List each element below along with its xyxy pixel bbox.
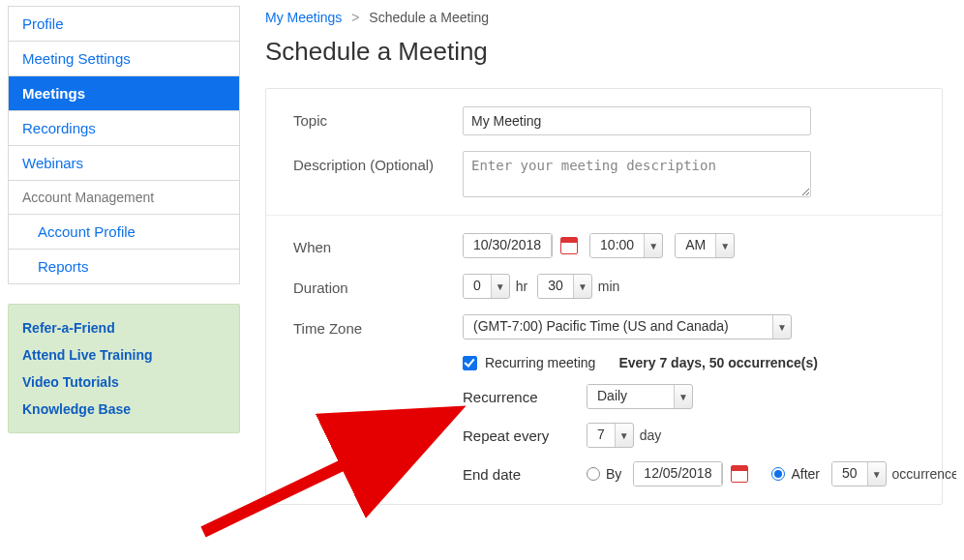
repeat-value: 7 xyxy=(587,424,616,447)
duration-hour-select[interactable]: 0 ▼ xyxy=(463,274,510,299)
help-link-knowledge-base[interactable]: Knowledge Base xyxy=(22,401,226,417)
chevron-down-icon: ▼ xyxy=(645,234,662,257)
timezone-value: (GMT-7:00) Pacific Time (US and Canada) xyxy=(464,315,773,339)
page-title: Schedule a Meeting xyxy=(265,37,956,67)
timezone-select[interactable]: (GMT-7:00) Pacific Time (US and Canada) … xyxy=(463,314,792,339)
chevron-down-icon: ▼ xyxy=(675,385,692,408)
help-links-box: Refer-a-Friend Attend Live Training Vide… xyxy=(8,304,240,433)
breadcrumb-current: Schedule a Meeting xyxy=(369,10,489,25)
sidebar-section-account-management: Account Management xyxy=(9,181,239,215)
enddate-label: End date xyxy=(463,466,587,483)
duration-hour-value: 0 xyxy=(464,275,492,298)
sidebar-item-webinars[interactable]: Webinars xyxy=(9,146,239,181)
help-link-video-tutorials[interactable]: Video Tutorials xyxy=(22,374,226,390)
sidebar-item-recordings[interactable]: Recordings xyxy=(9,111,239,146)
topic-label: Topic xyxy=(293,106,463,129)
end-by-radio[interactable] xyxy=(587,467,600,481)
end-after-label: After xyxy=(791,466,820,482)
end-after-unit: occurrences xyxy=(892,466,956,482)
repeat-label: Repeat every xyxy=(463,427,587,444)
sidebar-nav: Profile Meeting Settings Meetings Record… xyxy=(8,6,240,284)
recurring-checkbox[interactable] xyxy=(463,356,477,370)
when-date-select[interactable]: 10/30/2018 xyxy=(463,233,553,258)
repeat-unit: day xyxy=(640,427,662,443)
help-link-attend-live-training[interactable]: Attend Live Training xyxy=(22,347,226,363)
calendar-icon[interactable] xyxy=(560,237,578,254)
end-after-value-select[interactable]: 50 ▼ xyxy=(831,461,887,486)
sidebar-item-reports[interactable]: Reports xyxy=(9,250,239,284)
chevron-down-icon: ▼ xyxy=(868,462,886,486)
duration-min-value: 30 xyxy=(538,275,574,298)
description-label: Description (Optional) xyxy=(293,151,463,173)
sidebar-item-meetings[interactable]: Meetings xyxy=(9,76,239,111)
min-unit: min xyxy=(598,279,620,294)
calendar-icon[interactable] xyxy=(731,465,748,483)
hour-unit: hr xyxy=(516,279,527,294)
chevron-down-icon: ▼ xyxy=(574,275,591,298)
when-ampm-select[interactable]: AM ▼ xyxy=(675,233,735,258)
chevron-down-icon: ▼ xyxy=(773,315,791,339)
sidebar-item-profile[interactable]: Profile xyxy=(9,7,239,42)
recurring-label: Recurring meeting xyxy=(485,355,595,370)
duration-label: Duration xyxy=(293,274,463,296)
breadcrumb-root[interactable]: My Meetings xyxy=(265,10,342,25)
schedule-form: Topic Description (Optional) When xyxy=(265,88,943,505)
when-ampm-value: AM xyxy=(676,234,716,257)
recurrence-label: Recurrence xyxy=(463,389,587,405)
recurring-summary: Every 7 days, 50 occurrence(s) xyxy=(618,355,817,370)
help-link-refer-a-friend[interactable]: Refer-a-Friend xyxy=(22,320,226,336)
end-after-radio[interactable] xyxy=(771,467,785,481)
chevron-down-icon: ▼ xyxy=(492,275,509,298)
end-after-value: 50 xyxy=(832,462,868,486)
sidebar-item-account-profile[interactable]: Account Profile xyxy=(9,215,239,250)
chevron-down-icon: ▼ xyxy=(716,234,734,257)
repeat-value-select[interactable]: 7 ▼ xyxy=(587,423,634,448)
when-label: When xyxy=(293,233,463,255)
sidebar-item-meeting-settings[interactable]: Meeting Settings xyxy=(9,42,239,76)
when-hour-select[interactable]: 10:00 ▼ xyxy=(589,233,663,258)
recurrence-select[interactable]: Daily ▼ xyxy=(587,384,693,409)
breadcrumb: My Meetings > Schedule a Meeting xyxy=(265,10,956,25)
description-input[interactable] xyxy=(463,151,811,197)
recurrence-value: Daily xyxy=(587,385,675,408)
timezone-label: Time Zone xyxy=(293,314,463,337)
end-by-date-value: 12/05/2018 xyxy=(634,462,722,486)
breadcrumb-separator: > xyxy=(351,10,359,25)
chevron-down-icon: ▼ xyxy=(616,424,633,447)
when-date-value: 10/30/2018 xyxy=(464,234,552,257)
end-by-date-select[interactable]: 12/05/2018 xyxy=(633,461,723,486)
end-by-label: By xyxy=(606,466,621,482)
topic-input[interactable] xyxy=(463,106,811,135)
when-hour-value: 10:00 xyxy=(590,234,645,257)
duration-min-select[interactable]: 30 ▼ xyxy=(537,274,592,299)
